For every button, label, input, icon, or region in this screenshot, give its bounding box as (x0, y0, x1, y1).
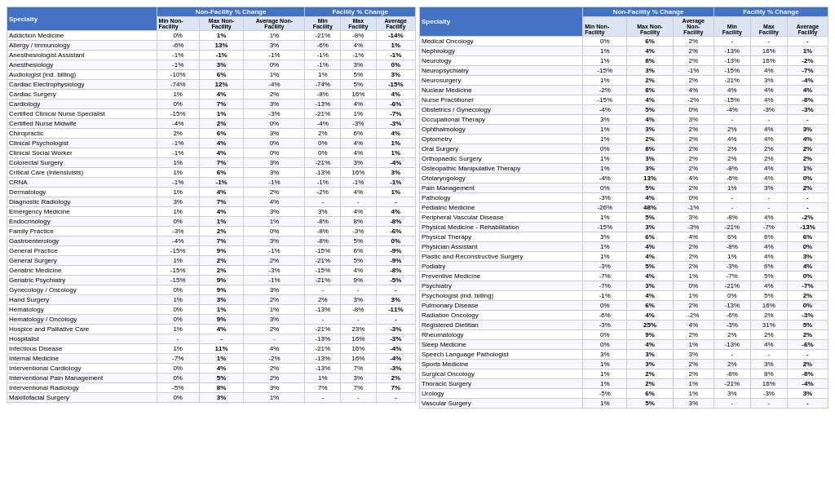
data-cell: - (376, 393, 415, 403)
data-cell: -14% (376, 31, 415, 41)
table-row: Pathology-3%4%0%--- (420, 193, 828, 203)
data-cell: -7% (787, 66, 828, 76)
table-row: Internal Medicine-7%1%-2%-13%16%-4% (7, 354, 416, 364)
specialty-cell: Sports Medicine (420, 360, 583, 369)
specialty-cell: Pediatric Medicine (420, 203, 583, 213)
data-cell: -3% (376, 334, 415, 344)
data-cell: -1% (244, 51, 305, 60)
data-cell: 1% (157, 207, 199, 217)
data-cell: 0% (157, 393, 199, 403)
specialty-cell: Otolaryngology (420, 174, 583, 183)
specialty-cell: Ophthalmology (420, 125, 583, 135)
data-cell: -3% (583, 321, 627, 330)
data-cell: 4% (199, 90, 244, 99)
data-cell: 0% (583, 37, 627, 46)
data-cell: 5% (750, 291, 787, 301)
data-cell: -3% (244, 266, 305, 276)
data-cell: 6% (627, 232, 673, 242)
data-cell: 8% (199, 383, 244, 393)
data-cell: 5% (627, 399, 673, 409)
data-cell: -3% (787, 311, 828, 321)
specialty-cell: General Surgery (7, 256, 157, 266)
specialty-cell: Hospice and Palliative Care (7, 325, 157, 334)
specialty-cell: Anesthesiologist Assistant (7, 51, 157, 60)
data-cell: -4% (787, 76, 828, 86)
table-row: Neuropsychiatry-15%3%-1%-15%4%-7% (420, 66, 828, 76)
table-row: Obstetrics / Gynecology-4%5%0%-4%-3%-3% (420, 105, 828, 115)
specialty-cell: Pain Management (420, 183, 583, 193)
table-row: Ophthalmology1%3%2%2%4%3% (420, 125, 828, 135)
specialty-cell: Orthopaedic Surgery (420, 154, 583, 164)
data-cell: -4% (583, 105, 627, 115)
data-cell: -3% (583, 193, 627, 203)
data-cell: -13% (787, 223, 828, 232)
data-cell: 4% (199, 364, 244, 374)
data-cell: 23% (341, 325, 377, 334)
data-cell: 0% (244, 227, 305, 237)
data-cell: 12% (199, 80, 244, 90)
data-cell: -6% (583, 311, 627, 321)
data-cell: -21% (305, 276, 341, 285)
left-col-min-nf: Min Non-Facility (157, 17, 199, 31)
table-row: Clinical Social Worker-1%4%0%0%4%1% (7, 148, 416, 158)
right-col-max-f: MaxFacility (750, 17, 787, 37)
specialty-cell: Certified Nurse Midwife (7, 119, 157, 129)
data-cell: 3% (244, 129, 305, 139)
data-cell: 2% (787, 360, 828, 369)
data-cell: -1% (376, 51, 415, 60)
data-cell: 0% (583, 340, 627, 350)
data-cell: 0% (583, 301, 627, 311)
data-cell: 3% (583, 350, 627, 360)
data-cell: 2% (673, 37, 714, 46)
data-cell: 4% (199, 139, 244, 148)
data-cell: 2% (673, 369, 714, 379)
data-cell: 0% (244, 119, 305, 129)
data-cell: 7% (199, 197, 244, 207)
specialty-cell: Gastroenterology (7, 237, 157, 246)
data-cell: - (305, 315, 341, 325)
data-cell: 6% (627, 301, 673, 311)
data-cell: -3% (376, 325, 415, 334)
table-row: General Surgery1%2%2%-21%5%-9% (7, 256, 416, 266)
data-cell: -3% (750, 389, 787, 399)
data-cell: - (714, 203, 750, 213)
specialty-cell: Audiologist (ind. billing) (7, 70, 157, 80)
data-cell: -3% (376, 364, 415, 374)
data-cell: -1% (341, 178, 377, 188)
data-cell: -8% (714, 242, 750, 252)
data-cell: -15% (157, 246, 199, 256)
data-cell: -1% (157, 139, 199, 148)
data-cell: 0% (673, 193, 714, 203)
data-cell: 4% (750, 242, 787, 252)
data-cell: 2% (750, 311, 787, 321)
data-cell: 9% (199, 285, 244, 295)
data-cell: - (750, 37, 787, 46)
data-cell: -3% (583, 262, 627, 272)
data-cell: 2% (627, 379, 673, 389)
data-cell: -1% (157, 148, 199, 158)
data-cell: 3% (750, 183, 787, 193)
data-cell: 2% (199, 266, 244, 276)
data-cell: -2% (673, 95, 714, 105)
table-row: Neurology1%8%2%-13%16%-2% (420, 56, 828, 66)
data-cell: -15% (157, 266, 199, 276)
table-row: Cardiac Electrophysiology-74%12%-4%-74%5… (7, 80, 416, 90)
data-cell: 4% (341, 139, 377, 148)
data-cell: -3% (376, 119, 415, 129)
table-row: Anesthesiologist Assistant-1%-1%-1%-1%-1… (7, 51, 416, 60)
table-row: Radiation Oncology-6%4%-2%-6%2%-3% (420, 311, 828, 321)
data-cell: 3% (244, 315, 305, 325)
data-cell: -5% (583, 389, 627, 399)
specialty-cell: Cardiac Electrophysiology (7, 80, 157, 90)
data-cell: 4% (750, 86, 787, 95)
specialty-cell: Internal Medicine (7, 354, 157, 364)
data-cell: 4% (341, 207, 377, 217)
table-row: Plastic and Reconstructive Surgery1%4%2%… (420, 252, 828, 262)
specialty-cell: Pathology (420, 193, 583, 203)
data-cell: 2% (305, 295, 341, 305)
data-cell: 3% (244, 158, 305, 168)
data-cell: 3% (244, 285, 305, 295)
data-cell: 2% (305, 129, 341, 139)
data-cell: 2% (787, 144, 828, 154)
data-cell: -8% (376, 217, 415, 227)
